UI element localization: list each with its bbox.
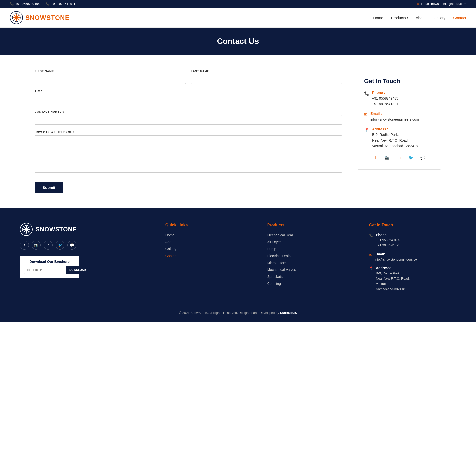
- footer-linkedin[interactable]: in: [44, 241, 53, 250]
- phone-1: +91 9558249485: [15, 2, 40, 6]
- brochure-form: DOWNLOAD: [24, 266, 75, 274]
- products-title: Products: [267, 223, 284, 229]
- first-name-input[interactable]: [35, 75, 186, 84]
- brochure-title: Download Our Brochure: [24, 260, 75, 264]
- product-mechanical-seal: Mechanical Seal: [267, 233, 354, 237]
- address-line3: Vastral, Ahmedabad - 382418: [372, 143, 418, 149]
- last-name-input[interactable]: [191, 75, 342, 84]
- quick-link-home-anchor[interactable]: Home: [165, 233, 175, 237]
- nav-home[interactable]: Home: [373, 16, 383, 20]
- phone-1-container: 📞 +91 9558249485: [10, 2, 40, 6]
- phone-label: Phone :: [372, 91, 398, 95]
- footer-twitter[interactable]: 🐦: [56, 241, 64, 250]
- footer-address-2: Near New R.T.O. Road,: [376, 276, 410, 281]
- top-bar-left: 📞 +91 9558249485 📞 +91 9978541821: [10, 2, 75, 6]
- product-micro-filters-link[interactable]: Micro Filters: [267, 261, 286, 265]
- quick-link-contact: Contact: [165, 254, 252, 258]
- main-content: FIRST NAME LAST NAME E-MAIL CONTACT NUMB…: [0, 55, 476, 208]
- email-icon: ✉: [417, 2, 419, 6]
- footer-address-3: Vastral,: [376, 281, 410, 287]
- quick-link-about-anchor[interactable]: About: [165, 240, 175, 244]
- top-bar: 📞 +91 9558249485 📞 +91 9978541821 ✉ info…: [0, 0, 476, 8]
- snowflake-svg: [12, 13, 21, 22]
- footer-whatsapp[interactable]: 💬: [67, 241, 76, 250]
- footer-social: f 📷 in 🐦 💬: [20, 241, 150, 250]
- quick-link-about: About: [165, 240, 252, 244]
- footer-col-quick-links: Quick Links Home About Gallery Contact: [165, 223, 252, 296]
- svg-point-12: [18, 15, 19, 16]
- product-air-dryer: Air Dryer: [267, 240, 354, 244]
- linkedin-link[interactable]: in: [395, 154, 403, 161]
- contact-label: CONTACT NUMBER: [35, 110, 342, 113]
- social-links: f 📷 in 🐦 💬: [364, 154, 434, 161]
- nav-gallery[interactable]: Gallery: [434, 16, 446, 20]
- product-electrical-drain-link[interactable]: Electrical Drain: [267, 254, 291, 258]
- email-info-value: info@snowstoneengineers.com: [370, 117, 419, 122]
- nav-products[interactable]: Products ▾: [391, 16, 408, 20]
- chevron-down-icon: ▾: [407, 16, 408, 19]
- facebook-link[interactable]: f: [371, 154, 379, 161]
- last-name-group: LAST NAME: [191, 70, 342, 84]
- product-sprockets-link[interactable]: Sprockets: [267, 275, 283, 279]
- help-textarea[interactable]: [35, 135, 342, 173]
- logo-snow: SNOW: [25, 14, 46, 21]
- product-mechanical-valves: Mechanical Valves: [267, 267, 354, 272]
- brochure-download-btn[interactable]: DOWNLOAD: [66, 266, 89, 274]
- footer-col-products: Products Mechanical Seal Air Dryer Pump …: [267, 223, 354, 296]
- logo[interactable]: SNOWSTONE: [10, 11, 70, 24]
- logo-icon: [10, 11, 23, 24]
- whatsapp-link[interactable]: 💬: [419, 154, 427, 161]
- instagram-link[interactable]: 📷: [383, 154, 391, 161]
- footer-phone-label: Phone:: [376, 233, 400, 237]
- footer-brochure: Download Our Brochure DOWNLOAD: [20, 256, 79, 278]
- svg-point-23: [29, 229, 30, 230]
- nav-about[interactable]: About: [416, 16, 426, 20]
- footer-instagram[interactable]: 📷: [32, 241, 41, 250]
- svg-point-11: [18, 19, 19, 20]
- footer-get-in-touch-title: Get In Touch: [369, 223, 393, 229]
- developer-text: StarkSouk.: [280, 311, 297, 315]
- quick-link-gallery-anchor[interactable]: Gallery: [165, 247, 176, 251]
- product-coupling-link[interactable]: Coupling: [267, 282, 281, 286]
- logo-text: SNOWSTONE: [25, 14, 70, 22]
- product-air-dryer-link[interactable]: Air Dryer: [267, 240, 281, 244]
- twitter-link[interactable]: 🐦: [407, 154, 415, 161]
- main-nav: Home Products ▾ About Gallery Contact: [373, 16, 466, 20]
- phone-info-icon: 📞: [364, 91, 369, 96]
- footer-logo: SNOWSTONE: [20, 223, 150, 236]
- quick-link-contact-anchor[interactable]: Contact: [165, 254, 177, 258]
- email-container: ✉ info@snowstoneengineers.com: [417, 2, 466, 6]
- svg-point-24: [24, 227, 25, 228]
- footer-phone-item: 📞 Phone: +91 9558249485 +91 9978541821: [369, 233, 456, 248]
- nav-contact[interactable]: Contact: [453, 16, 466, 20]
- hero-banner: Contact Us: [0, 28, 476, 55]
- product-mechanical-valves-link[interactable]: Mechanical Valves: [267, 268, 296, 272]
- footer-email-content: Email: info@snowstoneengineers.com: [375, 252, 420, 262]
- contact-input[interactable]: [35, 115, 342, 125]
- footer-facebook[interactable]: f: [20, 241, 29, 250]
- footer: SNOWSTONE f 📷 in 🐦 💬 Download Our Brochu…: [0, 208, 476, 322]
- hero-title: Contact Us: [10, 37, 466, 46]
- svg-point-27: [24, 231, 25, 232]
- footer-phone-2: +91 9978541821: [376, 243, 400, 248]
- copyright-text: © 2021 SnowStone. All Rights Reserved. D…: [179, 311, 280, 315]
- get-in-touch-title: Get In Touch: [364, 78, 434, 85]
- quick-links-list: Home About Gallery Contact: [165, 233, 252, 258]
- svg-point-20: [26, 226, 27, 227]
- brochure-email-input[interactable]: [24, 266, 66, 274]
- product-mechanical-seal-link[interactable]: Mechanical Seal: [267, 233, 293, 237]
- email-group: E-MAIL: [35, 90, 342, 104]
- footer-email-item: ✉ Email: info@snowstoneengineers.com: [369, 252, 456, 262]
- product-pump: Pump: [267, 247, 354, 251]
- product-pump-link[interactable]: Pump: [267, 247, 276, 251]
- svg-point-6: [16, 14, 17, 15]
- get-in-touch-card: Get In Touch 📞 Phone : +91 9558249485 +9…: [357, 70, 441, 170]
- product-micro-filters: Micro Filters: [267, 261, 354, 265]
- footer-logo-text: SNOWSTONE: [36, 226, 77, 233]
- contact-number-group: CONTACT NUMBER: [35, 110, 342, 125]
- email-input[interactable]: [35, 95, 342, 104]
- submit-button[interactable]: Submit: [35, 182, 63, 193]
- footer-address-4: Ahmedabad-382418: [376, 287, 410, 292]
- phone-2-container: 📞 +91 9978541821: [46, 2, 75, 6]
- email-info-label: Email :: [370, 112, 419, 116]
